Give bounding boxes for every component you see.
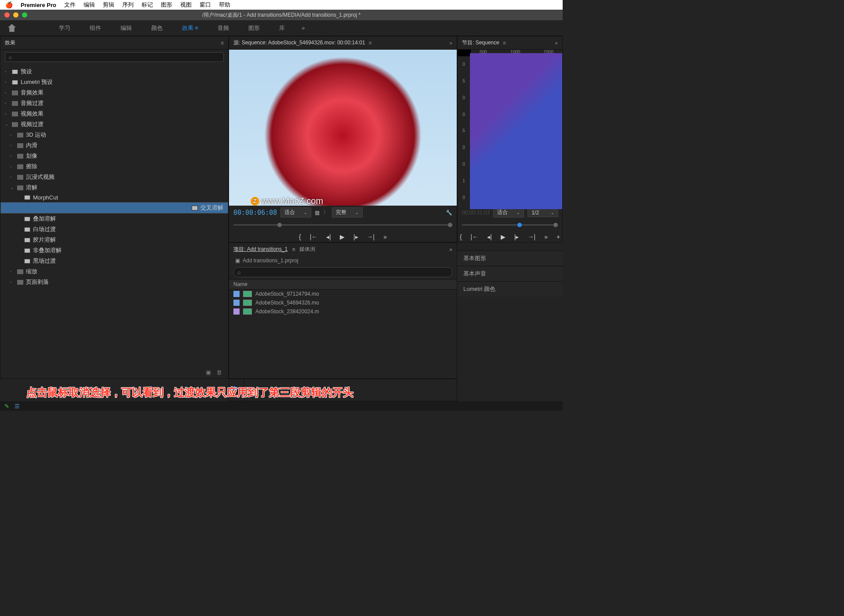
program-panel: 节目: Sequence ≡ » 50010001500 050050010 0…	[457, 36, 563, 243]
wrench-icon[interactable]: 🔧	[562, 210, 563, 216]
menu-view[interactable]: 视图	[180, 1, 192, 9]
effects-tree-item[interactable]: ›缩放	[0, 266, 228, 277]
menu-clip[interactable]: 剪辑	[103, 1, 114, 9]
effects-tree-item[interactable]: ›擦除	[0, 161, 228, 172]
effects-tree-item[interactable]: 交叉溶解	[0, 202, 228, 214]
workspace-overflow-icon[interactable]: »	[302, 25, 305, 31]
effects-tree-item[interactable]: 白场过渡	[0, 224, 228, 235]
source-title: 源: Sequence: AdobeStock_54694326.mov: 00…	[233, 39, 365, 47]
add-icon[interactable]: +	[557, 233, 560, 240]
menu-edit[interactable]: 编辑	[84, 1, 95, 9]
effects-panel: 效果 ≡ ⌕ ›预设›Lumetri 预设›音频效果›音频过渡›视频效果⌄视频过…	[0, 36, 229, 379]
menu-sequence[interactable]: 序列	[122, 1, 134, 9]
play-icon[interactable]: ▶	[340, 233, 345, 240]
menu-marker[interactable]: 标记	[142, 1, 153, 9]
workspace-tab[interactable]: 颜色	[143, 22, 171, 35]
workspace-tab[interactable]: 编辑	[113, 22, 140, 35]
panel-more-icon[interactable]: »	[449, 40, 452, 46]
home-icon[interactable]	[8, 24, 16, 32]
workspace-tab[interactable]: 音频	[210, 22, 237, 35]
panel-menu-icon[interactable]: ≡	[503, 40, 506, 46]
program-scrubber[interactable]	[462, 220, 558, 231]
column-name[interactable]: Name	[229, 279, 457, 290]
new-bin-icon[interactable]: ▣	[206, 369, 211, 376]
project-tab[interactable]: 项目: Add transitions_1	[233, 246, 287, 253]
play-icon[interactable]: ▶	[501, 233, 506, 240]
step-fwd-icon[interactable]: |▸	[353, 233, 358, 240]
source-zoom-select[interactable]: 适合⌄	[280, 207, 311, 217]
mark-in-icon[interactable]: {	[299, 233, 301, 240]
more-icon[interactable]: »	[383, 233, 387, 240]
step-fwd-icon[interactable]: |▸	[514, 233, 519, 240]
effects-tree-item[interactable]: ›预设	[0, 66, 228, 77]
close-window-icon[interactable]	[4, 12, 10, 18]
effects-tree-item[interactable]: MorphCut	[0, 193, 228, 202]
panel-more-icon[interactable]: »	[555, 40, 558, 46]
effects-tree-item[interactable]: ›沉浸式视频	[0, 172, 228, 182]
panel-more-icon[interactable]: »	[449, 246, 452, 253]
project-item[interactable]: AdobeStock_97124794.mo	[229, 290, 457, 298]
effects-tree-item[interactable]: 黑场过渡	[0, 256, 228, 266]
wrench-icon[interactable]: 🔧	[446, 210, 452, 216]
workspace-tab[interactable]: 效果 ≡	[174, 22, 206, 35]
program-preview[interactable]: 50010001500 050050010	[458, 50, 562, 206]
annotation-text: 点击鼠标取消选择，可以看到，过渡效果只应用到了第三段剪辑的开头	[26, 385, 501, 399]
delete-icon[interactable]: 🗑	[216, 369, 222, 376]
list-icon[interactable]: ☰	[15, 403, 20, 409]
go-in-icon[interactable]: |←	[471, 233, 479, 240]
step-back-icon[interactable]: ◂|	[326, 233, 331, 240]
maximize-window-icon[interactable]	[22, 12, 27, 18]
source-quality-select[interactable]: 完整⌄	[332, 207, 363, 217]
more-icon[interactable]: »	[544, 233, 548, 240]
window-title: /用户/mac/桌面/1 - Add transitions/MEDIA/Add…	[202, 11, 360, 19]
minimize-window-icon[interactable]	[13, 12, 18, 18]
source-preview[interactable]	[229, 50, 457, 206]
menu-help[interactable]: 帮助	[219, 1, 230, 9]
effects-tree-item[interactable]: ⌄视频过渡	[0, 119, 228, 130]
effects-tree-item[interactable]: ›划像	[0, 151, 228, 161]
workspace-tab[interactable]: 学习	[51, 22, 78, 35]
step-back-icon[interactable]: ◂|	[487, 233, 492, 240]
panel-menu-icon[interactable]: ≡	[292, 246, 295, 253]
go-in-icon[interactable]: |←	[310, 233, 318, 240]
program-res-select[interactable]: 1/2⌄	[528, 208, 558, 217]
go-out-icon[interactable]: →|	[367, 233, 375, 240]
workspace-tab[interactable]: 组件	[82, 22, 109, 35]
apple-icon[interactable]: 🍎	[5, 1, 13, 8]
go-out-icon[interactable]: →|	[528, 233, 535, 240]
effects-search[interactable]: ⌕	[5, 52, 224, 62]
effects-tree-item[interactable]: ⌄溶解	[0, 182, 228, 193]
project-search[interactable]	[233, 267, 452, 277]
workspace-tab[interactable]: 图形	[240, 22, 268, 35]
effects-tree-item[interactable]: ›Lumetri 预设	[0, 77, 228, 87]
settings-icon[interactable]: ▦	[315, 210, 320, 216]
media-browser-tab[interactable]: 媒体浏	[299, 246, 315, 253]
app-name[interactable]: Premiere Pro	[21, 2, 56, 8]
effects-tree-item[interactable]: ›页面剥落	[0, 277, 228, 287]
effects-tree-item[interactable]: ›内滑	[0, 140, 228, 151]
source-timecode[interactable]: 00:00:06:08	[233, 209, 277, 217]
menu-graphics[interactable]: 图形	[161, 1, 172, 9]
timecode-hidden: 00:00:31:03	[462, 210, 490, 216]
project-path: Add transitions_1.prproj	[243, 257, 298, 264]
pencil-icon[interactable]: ✎	[4, 403, 9, 409]
effects-tree-item[interactable]: ›3D 运动	[0, 130, 228, 140]
effects-tree-item[interactable]: 叠加溶解	[0, 214, 228, 224]
menu-window[interactable]: 窗口	[200, 1, 211, 9]
program-title: 节目: Sequence	[462, 39, 499, 47]
workspace-tab[interactable]: 库	[271, 22, 293, 35]
project-panel: 项目: Add transitions_1 ≡ 媒体浏 » ▣Add trans…	[229, 243, 457, 379]
effects-tree-item[interactable]: 胶片溶解	[0, 235, 228, 245]
effects-tree-item[interactable]: ›视频效果	[0, 109, 228, 119]
effects-tree-item[interactable]: 非叠加溶解	[0, 245, 228, 256]
menu-file[interactable]: 文件	[64, 1, 76, 9]
effects-tree-item[interactable]: ›音频过渡	[0, 98, 228, 109]
project-item[interactable]: AdobeStock_54694326.mo	[229, 298, 457, 307]
panel-menu-icon[interactable]: ≡	[221, 40, 224, 46]
source-scrubber[interactable]	[233, 220, 452, 231]
mark-in-icon[interactable]: {	[460, 233, 462, 240]
project-item[interactable]: AdobeStock_238420024.m	[229, 307, 457, 316]
effects-title: 效果	[5, 39, 15, 47]
panel-menu-icon[interactable]: ≡	[369, 40, 372, 46]
effects-tree-item[interactable]: ›音频效果	[0, 87, 228, 98]
